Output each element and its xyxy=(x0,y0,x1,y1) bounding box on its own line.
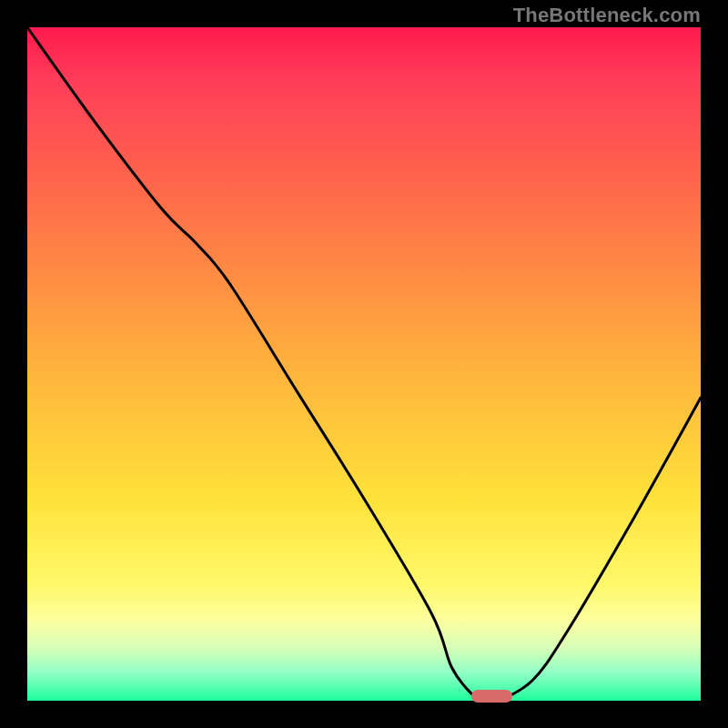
optimal-marker xyxy=(471,690,511,703)
chart-frame: TheBottleneck.com xyxy=(0,0,728,728)
curve-path xyxy=(27,27,701,703)
watermark-text: TheBottleneck.com xyxy=(513,4,701,27)
bottleneck-curve xyxy=(27,27,701,701)
plot-area xyxy=(27,27,701,701)
